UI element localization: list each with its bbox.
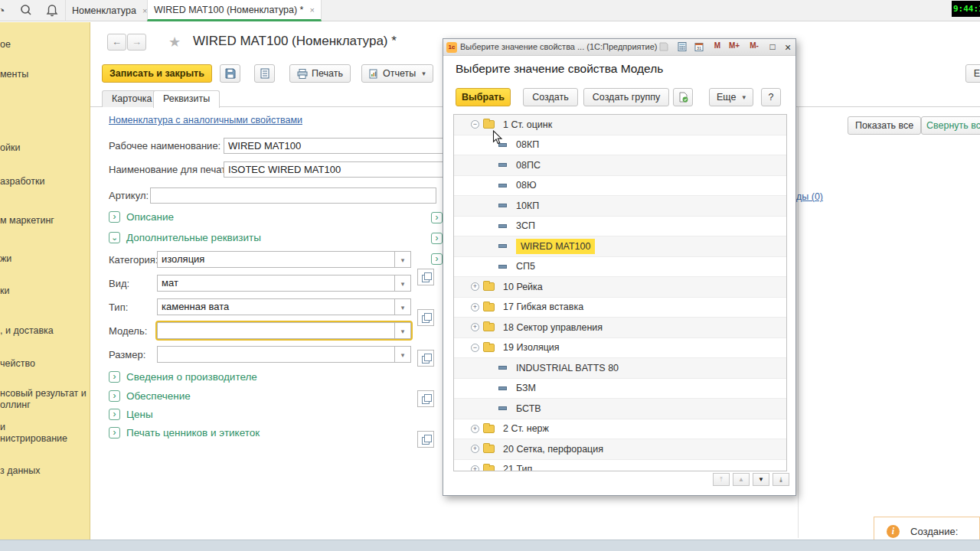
- sidebar-item-crm[interactable]: м маркетинг: [0, 215, 89, 227]
- tree-item-row[interactable]: 3СП: [454, 217, 786, 237]
- dropdown-arrow-icon[interactable]: [394, 275, 411, 292]
- tree-group-row[interactable]: 10 Рейка: [454, 277, 786, 298]
- sidebar-item-documents[interactable]: менты: [0, 69, 89, 80]
- kinds-link-clipped[interactable]: ды (0): [796, 191, 823, 202]
- section-manufacturer[interactable]: Сведения о производителе: [109, 371, 257, 383]
- print-button[interactable]: Печать: [289, 64, 351, 83]
- expand-plus-icon[interactable]: [471, 282, 479, 291]
- tree-group-row[interactable]: 20 Сетка, перфорация: [454, 439, 786, 460]
- model-combo-active[interactable]: [157, 322, 411, 339]
- combo-value[interactable]: каменная вата: [157, 298, 394, 315]
- sidebar-item-finance[interactable]: нсовый результат и оллинг: [0, 388, 89, 411]
- tree-group-row[interactable]: 18 Сектор управления: [454, 318, 786, 338]
- notifications-bell-icon[interactable]: [44, 3, 60, 18]
- expand-plus-icon[interactable]: [471, 323, 479, 331]
- more-button[interactable]: Еще: [709, 88, 753, 106]
- nav-back-button[interactable]: [107, 34, 126, 51]
- type-combo[interactable]: каменная вата: [157, 298, 411, 315]
- similar-properties-link[interactable]: Номенклатура с аналогичными свойствами: [109, 115, 302, 126]
- go-down-button[interactable]: ▼: [753, 473, 769, 486]
- go-first-button[interactable]: ⤒: [713, 473, 730, 486]
- tree-item-row[interactable]: 08КП: [454, 135, 786, 156]
- search-icon[interactable]: [18, 3, 34, 18]
- sidebar-item-warehouse[interactable]: , и доставка: [0, 325, 89, 337]
- size-combo[interactable]: [157, 346, 411, 363]
- tree-item-row[interactable]: БСТВ: [454, 399, 786, 419]
- tab-wired-mat100[interactable]: WIRED MAT100 (Номенклатура) *: [147, 0, 322, 21]
- dialog-titlebar[interactable]: 1с Выберите значение свойства ... (1С:Пр…: [443, 39, 795, 56]
- expand-plus-icon[interactable]: [471, 425, 479, 433]
- dropdown-arrow-icon[interactable]: [394, 298, 411, 315]
- history-list-button[interactable]: [254, 64, 275, 83]
- kind-combo[interactable]: мат: [157, 275, 411, 292]
- expand-right-icon[interactable]: [431, 233, 443, 244]
- favorite-star-icon[interactable]: [168, 34, 181, 51]
- calculator-icon[interactable]: [675, 41, 690, 52]
- open-item-icon[interactable]: [417, 269, 434, 285]
- memory-m-plus-icon[interactable]: M+: [727, 41, 742, 50]
- show-all-button[interactable]: Показать все: [848, 116, 921, 135]
- open-item-icon[interactable]: [417, 390, 434, 407]
- dropdown-arrow-icon[interactable]: [394, 251, 411, 268]
- save-button[interactable]: [220, 64, 240, 83]
- dropdown-arrow-icon[interactable]: [394, 322, 411, 339]
- tree-group-row[interactable]: 17 Гибкая вставка: [454, 298, 786, 318]
- tree-item-row[interactable]: БЗМ: [454, 379, 786, 399]
- open-item-icon[interactable]: [417, 350, 434, 367]
- section-description[interactable]: Описание: [109, 211, 174, 223]
- collapse-minus-icon[interactable]: [471, 120, 479, 129]
- tree-item-row[interactable]: INDUSTRIAL BATTS 80: [454, 358, 786, 379]
- sidebar-item-main[interactable]: ое: [0, 39, 89, 51]
- open-item-icon[interactable]: [417, 309, 434, 326]
- create-by-copy-button[interactable]: [673, 88, 693, 106]
- expand-plus-icon[interactable]: [471, 465, 479, 471]
- go-up-button[interactable]: ▲: [733, 473, 750, 486]
- create-group-button[interactable]: Создать группу: [583, 88, 669, 106]
- combo-value[interactable]: изоляция: [157, 251, 394, 268]
- tree-item-row[interactable]: СП5: [454, 257, 786, 278]
- sidebar-item-admin[interactable]: и нистрирование: [0, 422, 89, 445]
- section-additional-requisites[interactable]: Дополнительные реквизиты: [109, 232, 261, 243]
- print-name-input[interactable]: [224, 161, 450, 178]
- expand-right-icon[interactable]: [431, 253, 443, 265]
- expand-right-icon[interactable]: [431, 212, 443, 223]
- category-combo[interactable]: изоляция: [157, 251, 411, 268]
- working-name-input[interactable]: [224, 138, 450, 154]
- tree-group-row[interactable]: 1 Ст. оцинк: [454, 115, 786, 135]
- collapse-all-button[interactable]: Свернуть все: [921, 116, 980, 135]
- tree-item-row[interactable]: 08Ю: [454, 176, 786, 197]
- sidebar-item-data-analysis[interactable]: з данных: [0, 465, 89, 477]
- expand-plus-icon[interactable]: [471, 445, 479, 453]
- dropdown-arrow-icon[interactable]: [394, 346, 411, 363]
- sidebar-item-settings[interactable]: ойки: [0, 142, 89, 154]
- tab-requisites[interactable]: Реквизиты: [153, 90, 220, 108]
- article-input[interactable]: [150, 187, 436, 204]
- nav-forward-button[interactable]: [127, 34, 146, 51]
- save-and-close-button[interactable]: Записать и закрыть: [102, 64, 212, 83]
- reports-button[interactable]: Отчеты: [361, 64, 433, 83]
- close-icon[interactable]: [780, 41, 795, 54]
- memory-m-minus-icon[interactable]: M-: [746, 41, 762, 50]
- tree-item-row[interactable]: 08ПС: [454, 155, 786, 176]
- combo-value[interactable]: [157, 322, 394, 339]
- section-price-tags[interactable]: Печать ценников и этикеток: [109, 427, 260, 439]
- memory-m-icon[interactable]: M: [710, 41, 725, 50]
- select-button[interactable]: Выбрать: [456, 88, 511, 106]
- combo-value[interactable]: мат: [157, 275, 394, 292]
- section-prices[interactable]: Цены: [109, 409, 153, 420]
- tab-nomenclature[interactable]: Номенклатура: [65, 0, 154, 21]
- tree-item-row[interactable]: 10КП: [454, 196, 786, 217]
- combo-value[interactable]: [157, 346, 394, 363]
- create-button[interactable]: Создать: [523, 88, 578, 106]
- expand-plus-icon[interactable]: [471, 303, 479, 311]
- help-button[interactable]: ?: [761, 88, 781, 106]
- sidebar-item-development[interactable]: азработки: [0, 176, 89, 187]
- more-button-clipped[interactable]: Е: [965, 64, 980, 83]
- calendar-icon[interactable]: 31: [691, 41, 707, 52]
- tree-group-row-clipped[interactable]: 21 Тип: [454, 460, 786, 472]
- collapse-minus-icon[interactable]: [471, 344, 479, 352]
- close-tab-icon[interactable]: [309, 5, 314, 15]
- sidebar-item-treasury[interactable]: чейство: [0, 358, 89, 370]
- history-icon[interactable]: ◔: [0, 3, 9, 18]
- maximize-icon[interactable]: [765, 41, 780, 52]
